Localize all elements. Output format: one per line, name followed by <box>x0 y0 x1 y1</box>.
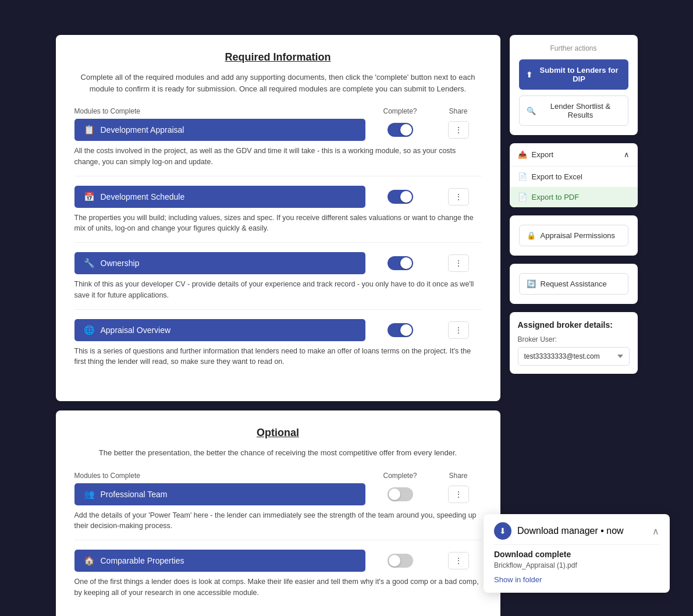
permissions-card: 🔒 Appraisal Permissions <box>510 215 638 256</box>
broker-select[interactable]: test33333333@test.com <box>518 347 630 366</box>
module-controls-dev-schedule: 📅 Development Schedule ⋮ <box>74 186 482 208</box>
submit-label: Submit to Lenders for DIP <box>537 66 621 83</box>
help-icon: 🔄 <box>527 279 536 288</box>
toggle-wrap-comparable-properties <box>365 554 435 568</box>
toggle-knob-dev-schedule <box>400 191 412 203</box>
module-btn-wrap-comparable-properties: 🏠 Comparable Properties <box>74 550 365 572</box>
module-controls-professional-team: 👥 Professional Team ⋮ <box>74 483 482 505</box>
col-share-label: Share <box>435 107 482 115</box>
modules-header: Modules to Complete Complete? Share <box>74 107 482 119</box>
toast-sep: • <box>600 526 606 536</box>
share-btn-comparable-properties[interactable]: ⋮ <box>448 552 469 569</box>
share-btn-dev-appraisal[interactable]: ⋮ <box>448 121 469 139</box>
toast-timestamp: now <box>606 526 623 536</box>
pdf-icon: 📄 <box>518 193 527 201</box>
export-pdf-label: Export to PDF <box>532 193 580 201</box>
module-controls-appraisal-overview: 🌐 Appraisal Overview ⋮ <box>74 319 482 341</box>
lock-icon: 🔒 <box>527 231 536 240</box>
submit-button[interactable]: ⬆ Submit to Lenders for DIP <box>519 59 628 90</box>
export-pdf-item[interactable]: 📄 Export to PDF <box>510 187 638 207</box>
export-excel-item[interactable]: 📄 Export to Excel <box>510 167 638 187</box>
show-in-folder-link[interactable]: Show in folder <box>494 575 542 584</box>
toast-header: ⬇ Download manager • now ∧ <box>494 522 659 540</box>
toast-title-wrap: Download manager • now <box>517 526 624 536</box>
required-title: Required Information <box>74 51 482 63</box>
toggle-wrap-dev-appraisal <box>365 123 435 137</box>
lender-shortlist-button[interactable]: 🔍 Lender Shortlist & Results <box>519 95 628 126</box>
module-controls-ownership: 🔧 Ownership ⋮ <box>74 252 482 274</box>
excel-icon: 📄 <box>518 172 527 181</box>
toggle-wrap-appraisal-overview <box>365 323 435 337</box>
permissions-label: Appraisal Permissions <box>541 231 616 240</box>
toast-chevron-icon[interactable]: ∧ <box>652 526 659 537</box>
module-btn-wrap-ownership: 🔧 Ownership <box>74 252 365 274</box>
optional-modules-list: 👥 Professional Team ⋮ Add the details of… <box>74 483 482 607</box>
required-modules-table: Modules to Complete Complete? Share 📋 De… <box>74 107 482 376</box>
module-row-appraisal-overview: 🌐 Appraisal Overview ⋮ This is a series … <box>74 319 482 376</box>
module-desc-professional-team: Add the details of your 'Power Team' her… <box>74 510 482 541</box>
share-btn-appraisal-overview[interactable]: ⋮ <box>448 321 469 339</box>
toast-title: Download manager <box>517 526 598 536</box>
toast-divider <box>494 544 659 545</box>
toggle-ownership[interactable] <box>388 256 413 270</box>
share-wrap-ownership: ⋮ <box>435 254 482 272</box>
module-label-dev-schedule: Development Schedule <box>101 192 185 201</box>
broker-section: Assigned broker details: Broker User: te… <box>510 312 638 374</box>
module-icon-professional-team: 👥 <box>84 489 95 500</box>
module-desc-dev-appraisal: All the costs involved in the project, a… <box>74 146 482 176</box>
optional-section: Optional The better the presentation, th… <box>56 410 500 616</box>
module-btn-appraisal-overview[interactable]: 🌐 Appraisal Overview <box>74 319 365 341</box>
share-btn-dev-schedule[interactable]: ⋮ <box>448 188 469 206</box>
module-label-comparable-properties: Comparable Properties <box>101 556 184 565</box>
broker-label: Broker User: <box>518 335 630 344</box>
download-icon: ⬇ <box>494 522 511 540</box>
share-btn-professional-team[interactable]: ⋮ <box>448 486 469 503</box>
module-btn-dev-schedule[interactable]: 📅 Development Schedule <box>74 186 365 208</box>
module-btn-wrap-professional-team: 👥 Professional Team <box>74 483 365 505</box>
module-row-dev-appraisal: 📋 Development Appraisal ⋮ All the costs … <box>74 119 482 176</box>
further-actions-card: Further actions ⬆ Submit to Lenders for … <box>510 35 638 135</box>
export-excel-label: Export to Excel <box>532 172 582 181</box>
module-btn-professional-team[interactable]: 👥 Professional Team <box>74 483 365 505</box>
assistance-button[interactable]: 🔄 Request Assistance <box>519 273 628 295</box>
module-row-comparable-properties: 🏠 Comparable Properties ⋮ One of the fir… <box>74 550 482 607</box>
toggle-professional-team[interactable] <box>388 487 413 501</box>
toggle-wrap-ownership <box>365 256 435 270</box>
toggle-comparable-properties[interactable] <box>388 554 413 568</box>
share-btn-ownership[interactable]: ⋮ <box>448 254 469 272</box>
lender-label: Lender Shortlist & Results <box>541 102 621 119</box>
toggle-knob-ownership <box>400 257 412 269</box>
module-icon-comparable-properties: 🏠 <box>84 555 95 566</box>
export-header[interactable]: 📤 Export ∧ <box>510 143 638 167</box>
share-wrap-professional-team: ⋮ <box>435 486 482 503</box>
module-btn-ownership[interactable]: 🔧 Ownership <box>74 252 365 274</box>
required-section: Required Information Complete all of the… <box>56 35 500 401</box>
module-btn-dev-appraisal[interactable]: 📋 Development Appraisal <box>74 119 365 141</box>
opt-col-share-label: Share <box>435 472 482 480</box>
optional-desc: The better the presentation, the better … <box>74 447 482 459</box>
module-row-ownership: 🔧 Ownership ⋮ Think of this as your deve… <box>74 252 482 310</box>
module-row-dev-schedule: 📅 Development Schedule ⋮ The properties … <box>74 186 482 243</box>
toggle-wrap-professional-team <box>365 487 435 501</box>
toast-filename: Brickflow_Appraisal (1).pdf <box>494 561 659 569</box>
module-desc-dev-schedule: The properties you will build; including… <box>74 213 482 243</box>
export-label: Export <box>532 150 554 159</box>
toggle-appraisal-overview[interactable] <box>388 323 413 337</box>
toggle-dev-schedule[interactable] <box>388 190 413 204</box>
assistance-card: 🔄 Request Assistance <box>510 264 638 304</box>
module-label-professional-team: Professional Team <box>101 490 168 499</box>
export-section: 📤 Export ∧ 📄 Export to Excel 📄 Export to… <box>510 143 638 207</box>
module-label-appraisal-overview: Appraisal Overview <box>101 325 171 335</box>
permissions-button[interactable]: 🔒 Appraisal Permissions <box>519 225 628 246</box>
module-btn-comparable-properties[interactable]: 🏠 Comparable Properties <box>74 550 365 572</box>
submit-icon: ⬆ <box>526 70 532 79</box>
share-wrap-dev-schedule: ⋮ <box>435 188 482 206</box>
further-actions-title: Further actions <box>519 44 628 52</box>
optional-title: Optional <box>74 427 482 439</box>
module-icon-dev-appraisal: 📋 <box>84 125 95 135</box>
toast-header-left: ⬇ Download manager • now <box>494 522 624 540</box>
required-desc: Complete all of the required modules and… <box>74 72 482 94</box>
module-btn-wrap-dev-appraisal: 📋 Development Appraisal <box>74 119 365 141</box>
toggle-dev-appraisal[interactable] <box>388 123 413 137</box>
opt-col-modules-label: Modules to Complete <box>74 472 365 480</box>
